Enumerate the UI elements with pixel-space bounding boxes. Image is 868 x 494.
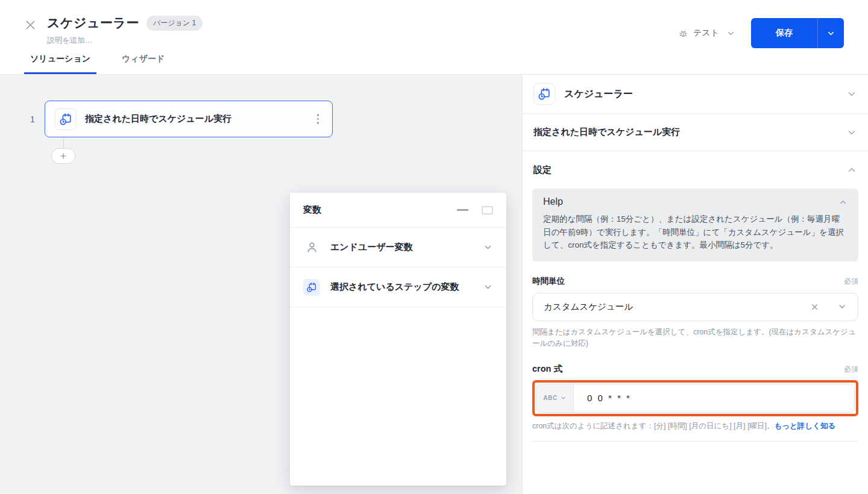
required-badge: 必須 [844, 364, 858, 375]
variable-group-label: エンドユーザー変数 [330, 242, 413, 253]
editor-tabs: ソリューション ウィザード [24, 54, 171, 74]
selected-step-variables-row[interactable]: 選択されているステップの変数 [290, 267, 506, 307]
tab-solution[interactable]: ソリューション [24, 54, 96, 74]
clear-icon[interactable] [810, 302, 819, 311]
save-split-button: 保存 [751, 18, 844, 48]
test-menu[interactable]: テスト [678, 28, 735, 39]
maximize-icon[interactable] [482, 206, 493, 214]
data-type-label: ABC [543, 395, 557, 401]
chevron-down-icon[interactable] [846, 127, 857, 138]
chevron-down-icon[interactable] [483, 282, 493, 292]
chevron-down-icon [826, 29, 835, 38]
chevron-down-icon[interactable] [846, 89, 857, 99]
variables-panel-header[interactable]: 変数 [290, 193, 506, 228]
step-section-row[interactable]: 指定された日時でスケジュール実行 [523, 114, 868, 151]
description-placeholder[interactable]: 説明を追加… [47, 36, 203, 46]
cron-helper: cron式は次のように記述されます：[分] [時間] [月の日にち] [月] [… [532, 421, 858, 431]
chevron-up-icon[interactable] [846, 164, 857, 175]
config-panel: スケジューラー 指定された日時でスケジュール実行 設定 Help [522, 75, 868, 494]
learn-more-link[interactable]: もっと詳しく知る [774, 422, 835, 430]
cron-field: cron 式 必須 ABC cron式は次の [532, 363, 858, 431]
variables-panel: 変数 エンドユーザー変数 選択されているステップの変数 [290, 193, 506, 486]
step-card[interactable]: 指定された日時でスケジュール実行 [45, 101, 333, 137]
settings-section-title: 設定 [533, 164, 552, 176]
time-unit-helper: 間隔またはカスタムスケジュールを選択して、cron式を指定します。(現在はカスタ… [532, 327, 858, 350]
app-header: スケジューラー バージョン 1 説明を追加… テスト 保存 [0, 0, 868, 75]
user-icon [303, 240, 320, 254]
cron-highlight-outline: ABC [532, 380, 858, 416]
chevron-down-icon[interactable] [837, 302, 847, 311]
calendar-clock-icon [303, 279, 320, 296]
variables-panel-title: 変数 [303, 204, 321, 216]
close-icon[interactable] [24, 19, 37, 31]
time-unit-field: 時間単位 必須 カスタムスケジュール 間隔またはカスタムスケジュールを選択して、… [532, 276, 858, 350]
help-title: Help [543, 196, 563, 207]
chevron-down-icon [726, 29, 735, 38]
chevron-up-icon[interactable] [838, 198, 848, 207]
help-body-text: 定期的な間隔（例：15分ごと）、または設定されたスケジュール（例：毎週月曜日の午… [543, 213, 848, 252]
data-type-selector[interactable]: ABC [536, 384, 574, 412]
app-section-row[interactable]: スケジューラー [523, 75, 868, 114]
help-header[interactable]: Help [543, 196, 848, 207]
bug-icon [678, 28, 688, 39]
version-badge: バージョン 1 [146, 16, 203, 31]
minimize-icon[interactable] [457, 209, 468, 211]
cron-label: cron 式 [532, 363, 562, 375]
tab-wizard[interactable]: ウィザード [116, 54, 171, 74]
page-title: スケジューラー [47, 14, 139, 31]
cron-helper-text: cron式は次のように記述されます：[分] [時間] [月の日にち] [月] [… [532, 422, 774, 430]
section-divider [532, 441, 858, 442]
app-name: スケジューラー [564, 88, 633, 101]
save-button[interactable]: 保存 [751, 18, 817, 48]
calendar-clock-icon [533, 83, 555, 105]
variable-group-label: 選択されているステップの変数 [330, 281, 459, 293]
chevron-down-icon [560, 395, 567, 401]
end-user-variables-row[interactable]: エンドユーザー変数 [290, 228, 506, 267]
step-connector [63, 137, 64, 149]
save-options-button[interactable] [817, 18, 844, 48]
step-number: 1 [27, 114, 39, 124]
chevron-down-icon[interactable] [483, 242, 493, 252]
step-menu-icon[interactable] [313, 110, 323, 128]
time-unit-value: カスタムスケジュール [544, 301, 633, 313]
time-unit-label: 時間単位 [532, 276, 565, 287]
test-label: テスト [693, 28, 719, 39]
help-box: Help 定期的な間隔（例：15分ごと）、または設定されたスケジュール（例：毎週… [532, 189, 858, 261]
workflow-canvas[interactable]: 1 指定された日時でスケジュール実行 変数 [0, 75, 522, 494]
step-section-title: 指定された日時でスケジュール実行 [533, 127, 680, 138]
settings-section-row[interactable]: 設定 [523, 151, 868, 189]
step-title: 指定された日時でスケジュール実行 [85, 113, 231, 125]
add-step-button[interactable] [51, 148, 75, 164]
calendar-clock-icon [55, 108, 77, 130]
plus-icon [59, 152, 68, 160]
time-unit-select[interactable]: カスタムスケジュール [532, 293, 858, 321]
required-badge: 必須 [844, 277, 858, 287]
cron-expression-input[interactable] [574, 384, 854, 412]
